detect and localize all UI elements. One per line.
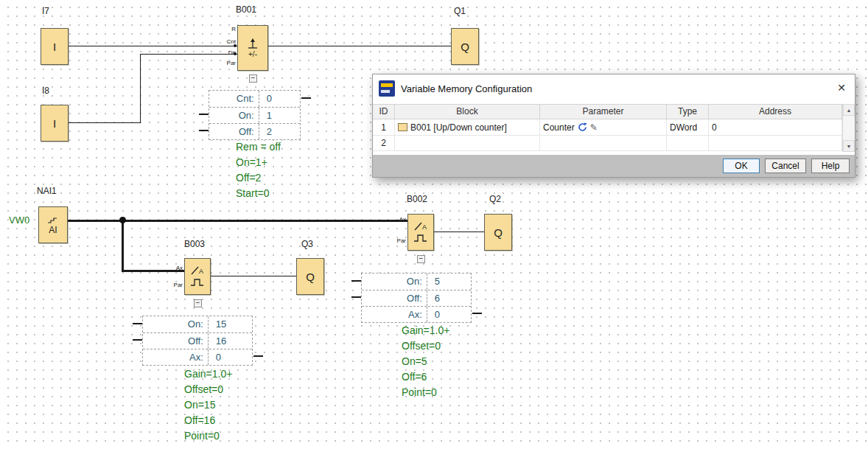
scroll-down-icon[interactable]: ▼ bbox=[843, 140, 855, 152]
port-label-par: Par bbox=[218, 60, 236, 66]
analog-wire-branch-vertical bbox=[122, 220, 124, 272]
cell-block bbox=[395, 136, 540, 150]
annotation-line: Off=16 bbox=[184, 413, 232, 428]
block-label-i8: I8 bbox=[42, 86, 49, 96]
analog-input-letter: AI bbox=[49, 225, 57, 235]
column-header-block[interactable]: Block bbox=[395, 105, 540, 119]
collapse-toggle-b002[interactable]: − bbox=[417, 255, 425, 263]
block-q2[interactable]: Q bbox=[484, 214, 512, 251]
block-i8[interactable]: I bbox=[41, 105, 69, 142]
wire-b003-to-q3 bbox=[211, 276, 296, 276]
annotation-line: Gain=1.0+ bbox=[402, 323, 449, 338]
block-q3[interactable]: Q bbox=[296, 258, 324, 295]
cell-address bbox=[709, 136, 842, 150]
block-label-b003: B003 bbox=[184, 239, 205, 249]
edit-pencil-icon[interactable]: ✎ bbox=[590, 123, 598, 132]
help-button[interactable]: Help bbox=[811, 159, 850, 173]
annotation-line: Rem = off bbox=[236, 139, 281, 155]
annotation-line: Off=2 bbox=[236, 170, 281, 186]
connector-stub bbox=[351, 280, 361, 282]
block-b003-analog-threshold[interactable]: A bbox=[184, 258, 211, 295]
column-header-type[interactable]: Type bbox=[667, 105, 709, 119]
output-letter: Q bbox=[306, 271, 315, 283]
param-value: 0 bbox=[427, 307, 471, 322]
port-label-par: Par bbox=[165, 282, 183, 288]
connector-stub bbox=[199, 114, 209, 115]
dialog-scrollbar[interactable]: ▲ ▼ bbox=[842, 104, 855, 152]
param-row: Ax: 0 bbox=[362, 306, 471, 322]
input-letter: I bbox=[53, 117, 56, 130]
analog-threshold-icon: A bbox=[412, 220, 430, 244]
collapse-toggle-b003[interactable]: − bbox=[194, 299, 202, 307]
block-label-q1: Q1 bbox=[454, 6, 466, 16]
block-i7[interactable]: I bbox=[41, 28, 69, 65]
output-letter: Q bbox=[461, 41, 469, 53]
port-label-cnt: Cnt bbox=[218, 38, 236, 45]
cancel-button[interactable]: Cancel bbox=[765, 159, 806, 173]
ok-button[interactable]: OK bbox=[723, 159, 760, 173]
connector-stub bbox=[351, 296, 361, 298]
annotation-line: On=5 bbox=[402, 354, 449, 369]
wire-i8-horizontal bbox=[69, 122, 141, 123]
cell-parameter: Counter ✎ bbox=[540, 119, 667, 135]
scroll-up-icon[interactable]: ▲ bbox=[843, 104, 855, 116]
cell-block-text: B001 [Up/Down counter] bbox=[410, 122, 507, 133]
refresh-icon[interactable] bbox=[578, 122, 587, 132]
param-row: Off: 16 bbox=[143, 333, 252, 349]
close-icon[interactable]: ✕ bbox=[837, 82, 846, 94]
dialog-button-bar: OK Cancel Help bbox=[373, 155, 855, 177]
param-value: 15 bbox=[209, 316, 252, 333]
block-icon bbox=[398, 123, 407, 131]
param-row: Cnt: 0 bbox=[209, 91, 300, 107]
column-header-parameter[interactable]: Parameter bbox=[540, 105, 667, 119]
param-row: Off: 6 bbox=[362, 290, 471, 306]
port-label-ax: Ax bbox=[165, 265, 183, 271]
b001-annotations: Rem = off On=1+ Off=2 Start=0 bbox=[236, 139, 281, 201]
connector-stub bbox=[133, 339, 142, 341]
block-nai1-analog-input[interactable]: AI bbox=[38, 206, 68, 243]
cell-address[interactable]: 0 bbox=[709, 119, 842, 135]
annotation-line: Gain=1.0+ bbox=[184, 366, 232, 382]
column-header-address[interactable]: Address bbox=[709, 105, 842, 119]
block-b001-updown-counter[interactable]: +/- bbox=[237, 25, 268, 71]
param-label: On: bbox=[209, 108, 259, 123]
cell-parameter bbox=[540, 136, 667, 150]
cell-type bbox=[667, 136, 709, 150]
param-row: On: 5 bbox=[362, 274, 471, 290]
b002-param-table[interactable]: On: 5 Off: 6 Ax: 0 bbox=[361, 273, 472, 323]
b003-param-table[interactable]: On: 15 Off: 16 Ax: 0 bbox=[142, 316, 253, 366]
block-label-q2: Q2 bbox=[489, 194, 501, 204]
counter-symbol: +/- bbox=[248, 50, 257, 58]
param-label: Off: bbox=[362, 290, 427, 306]
block-q1[interactable]: Q bbox=[451, 28, 479, 65]
collapse-toggle-b001[interactable]: − bbox=[249, 74, 257, 83]
param-value: 16 bbox=[209, 333, 252, 349]
wire-b001-to-q1 bbox=[268, 46, 451, 46]
block-b002-analog-threshold[interactable]: A bbox=[407, 214, 434, 251]
wire-i8-vertical bbox=[140, 54, 141, 123]
fbd-canvas[interactable]: I7 I I8 I B001 R Cnt Dir Par +/- − Q1 Q … bbox=[0, 0, 868, 449]
column-header-id[interactable]: ID bbox=[373, 105, 395, 119]
b002-annotations: Gain=1.0+ Offset=0 On=5 Off=6 Point=0 bbox=[402, 323, 449, 400]
memory-row[interactable]: 1 B001 [Up/Down counter] Counter ✎ DWord… bbox=[373, 119, 842, 136]
param-row: Off: 2 bbox=[209, 123, 300, 139]
cell-id: 2 bbox=[373, 136, 395, 150]
analog-input-icon bbox=[46, 215, 60, 224]
memory-table-body: 1 B001 [Up/Down counter] Counter ✎ DWord… bbox=[373, 119, 842, 151]
svg-text:A: A bbox=[199, 268, 203, 275]
param-value: 5 bbox=[427, 274, 471, 290]
connector-stub bbox=[253, 355, 263, 357]
cell-id: 1 bbox=[373, 119, 395, 135]
param-label: Off: bbox=[209, 124, 259, 139]
block-label-i7: I7 bbox=[42, 6, 49, 16]
b001-param-table[interactable]: Cnt: 0 On: 1 Off: 2 bbox=[209, 90, 301, 140]
block-label-nai1: NAI1 bbox=[37, 186, 57, 196]
cell-parameter-text: Counter bbox=[543, 122, 575, 133]
input-letter: I bbox=[53, 41, 56, 53]
updown-counter-icon bbox=[245, 38, 261, 49]
param-label: On: bbox=[143, 316, 209, 333]
dialog-titlebar[interactable]: Variable Memory Configuration ✕ bbox=[373, 74, 855, 104]
memory-row[interactable]: 2 bbox=[373, 136, 842, 151]
connector-stub bbox=[199, 130, 209, 131]
param-row: On: 1 bbox=[209, 107, 300, 123]
